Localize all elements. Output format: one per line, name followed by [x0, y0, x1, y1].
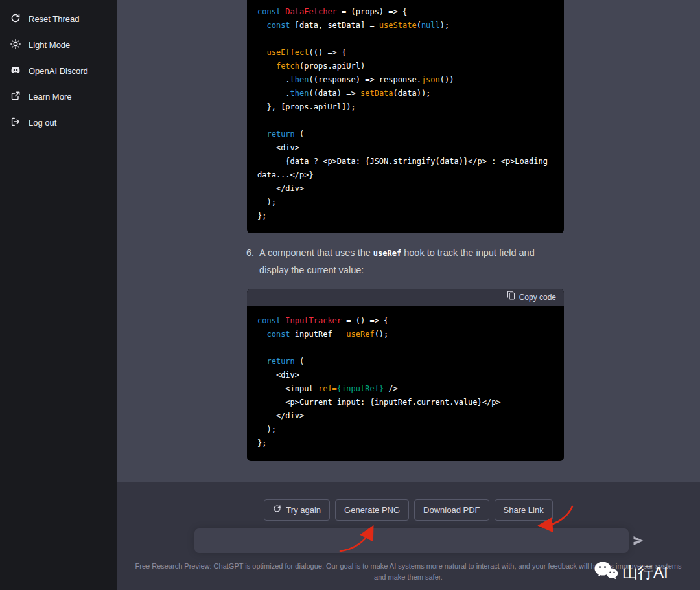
- watermark-text: 山行AI: [622, 562, 668, 583]
- sidebar-item-label: Learn More: [29, 92, 71, 102]
- logout-icon: [10, 117, 21, 129]
- sidebar-item-learn-more[interactable]: Learn More: [4, 84, 113, 109]
- generate-png-button[interactable]: Generate PNG: [335, 499, 409, 521]
- wechat-icon: [594, 561, 618, 584]
- chatgpt-app: Reset Thread Light Mode Ope: [0, 0, 700, 590]
- code-content: const InputTracker = () => { const input…: [247, 306, 564, 459]
- chat-input-container: [194, 528, 629, 553]
- sidebar-item-log-out[interactable]: Log out: [4, 110, 113, 135]
- list-item-6: 6. A component that uses the useRef hook…: [246, 245, 556, 278]
- watermark: 山行AI: [594, 561, 668, 584]
- sidebar-item-label: OpenAI Discord: [29, 66, 88, 76]
- response-action-bar: Try again Generate PNG Download PDF Shar…: [117, 498, 700, 521]
- clipboard-icon: [507, 291, 515, 304]
- sidebar-item-reset-thread[interactable]: Reset Thread: [4, 6, 113, 31]
- reset-icon: [10, 13, 21, 25]
- sidebar-item-label: Light Mode: [29, 40, 70, 50]
- sidebar-item-light-mode[interactable]: Light Mode: [4, 32, 113, 57]
- inline-code-useRef: useRef: [373, 249, 401, 258]
- list-number: 6.: [246, 245, 254, 278]
- code-block-input-tracker: Copy code const InputTracker = () => { c…: [247, 289, 564, 461]
- regenerate-icon: [273, 505, 281, 515]
- try-again-button[interactable]: Try again: [264, 499, 330, 521]
- light-mode-icon: [10, 39, 21, 51]
- code-block-header: Copy code: [247, 289, 564, 306]
- discord-icon: [10, 65, 21, 77]
- sidebar: Reset Thread Light Mode Ope: [0, 0, 117, 590]
- share-link-button[interactable]: Share Link: [495, 499, 553, 521]
- copy-code-button[interactable]: Copy code: [519, 291, 556, 304]
- external-link-icon: [10, 91, 21, 103]
- code-content: const DataFetcher = (props) => { const […: [247, 0, 564, 232]
- sidebar-item-label: Reset Thread: [29, 14, 80, 24]
- sidebar-item-label: Log out: [29, 118, 56, 128]
- code-block-data-fetcher: const DataFetcher = (props) => { const […: [247, 0, 564, 233]
- chat-input[interactable]: [194, 528, 629, 553]
- download-pdf-button[interactable]: Download PDF: [414, 499, 489, 521]
- sidebar-item-openai-discord[interactable]: OpenAI Discord: [4, 58, 113, 83]
- list-item-text: A component that uses the useRef hook to…: [259, 245, 556, 278]
- send-icon[interactable]: [633, 535, 644, 549]
